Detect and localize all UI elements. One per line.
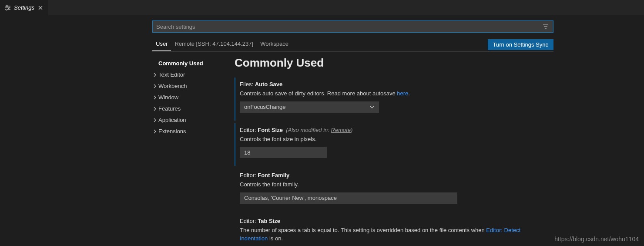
toc-item-text-editor[interactable]: Text Editor bbox=[152, 69, 228, 81]
settings-pane: Commonly Used Files: Auto Save Controls … bbox=[233, 56, 553, 246]
font-size-input[interactable] bbox=[240, 147, 327, 158]
setting-name: Auto Save bbox=[255, 81, 283, 88]
toc-label: Extensions bbox=[158, 127, 186, 136]
settings-search[interactable]: ✕ bbox=[152, 20, 553, 33]
setting-prefix: Files: bbox=[240, 81, 255, 88]
setting-name: Tab Size bbox=[258, 218, 280, 224]
tab-settings[interactable]: Settings bbox=[0, 0, 48, 15]
scope-tab-remote[interactable]: Remote [SSH: 47.104.144.237] bbox=[171, 40, 257, 50]
setting-prefix: Editor: bbox=[240, 127, 258, 133]
toc-label: Text Editor bbox=[158, 70, 185, 80]
toc-label: Window bbox=[158, 93, 178, 102]
settings-sync-button[interactable]: Turn on Settings Sync bbox=[488, 39, 553, 50]
setting-files-auto-save: Files: Auto Save Controls auto save of d… bbox=[235, 78, 549, 121]
scope-tab-user[interactable]: User bbox=[152, 40, 171, 51]
autosave-link[interactable]: here bbox=[397, 90, 408, 97]
modified-note: (Also modified in: Remote) bbox=[286, 127, 352, 133]
main: ✕ User Remote [SSH: 47.104.144.237] Work… bbox=[0, 15, 644, 246]
chevron-right-icon bbox=[152, 95, 158, 100]
chevron-right-icon bbox=[152, 106, 158, 111]
gutter-left bbox=[0, 20, 152, 246]
chevron-right-icon bbox=[152, 129, 158, 134]
toc-item-workbench[interactable]: Workbench bbox=[152, 81, 228, 92]
desc-text: Controls auto save of dirty editors. Rea… bbox=[240, 90, 397, 97]
setting-editor-font-family: Editor: Font Family Controls the font fa… bbox=[235, 168, 549, 212]
svg-point-1 bbox=[7, 5, 8, 7]
toc-item-features[interactable]: Features bbox=[152, 103, 228, 115]
setting-description: The number of spaces a tab is equal to. … bbox=[240, 226, 549, 243]
scope-row: User Remote [SSH: 47.104.144.237] Worksp… bbox=[152, 39, 553, 52]
toc-label: Commonly Used bbox=[158, 59, 203, 68]
svg-point-5 bbox=[6, 9, 7, 10]
setting-prefix: Editor: bbox=[240, 172, 258, 179]
scope-tabs: User Remote [SSH: 47.104.144.237] Worksp… bbox=[152, 40, 292, 50]
settings-toc: Commonly Used Text Editor Workbench Wind… bbox=[152, 56, 233, 246]
setting-title: Editor: Tab Size bbox=[240, 218, 549, 224]
settings-icon bbox=[4, 4, 11, 11]
toc-item-extensions[interactable]: Extensions bbox=[152, 126, 228, 137]
desc-text-after: . bbox=[408, 90, 410, 97]
setting-editor-font-size: Editor: Font Size (Also modified in: Rem… bbox=[235, 123, 549, 166]
setting-title: Editor: Font Size (Also modified in: Rem… bbox=[240, 127, 549, 133]
select-value: onFocusChange bbox=[244, 104, 285, 110]
close-icon[interactable] bbox=[37, 4, 44, 11]
settings-content: ✕ User Remote [SSH: 47.104.144.237] Work… bbox=[152, 20, 567, 246]
setting-editor-tab-size: Editor: Tab Size The number of spaces a … bbox=[235, 214, 549, 246]
font-family-input[interactable] bbox=[240, 192, 457, 204]
body-row: Commonly Used Text Editor Workbench Wind… bbox=[152, 56, 553, 246]
toc-label: Features bbox=[158, 104, 181, 114]
setting-prefix: Editor: bbox=[240, 218, 258, 224]
toc-item-commonly-used[interactable]: Commonly Used bbox=[152, 58, 228, 69]
desc-text-after: is on. bbox=[268, 235, 283, 242]
chevron-right-icon bbox=[152, 84, 158, 89]
section-title: Commonly Used bbox=[235, 56, 549, 70]
tab-title: Settings bbox=[14, 4, 34, 11]
auto-save-select[interactable]: onFocusChange bbox=[240, 101, 379, 113]
setting-name: Font Size bbox=[258, 127, 283, 133]
setting-name: Font Family bbox=[258, 172, 289, 179]
chevron-right-icon bbox=[152, 118, 158, 123]
toc-label: Workbench bbox=[158, 81, 187, 91]
tab-bar: Settings bbox=[0, 0, 644, 15]
modified-scope-link[interactable]: Remote bbox=[331, 127, 351, 133]
toc-item-window[interactable]: Window bbox=[152, 92, 228, 103]
filter-icon[interactable] bbox=[542, 23, 550, 30]
desc-text: The number of spaces a tab is equal to. … bbox=[240, 227, 486, 233]
chevron-right-icon bbox=[152, 72, 158, 78]
chevron-down-icon bbox=[369, 104, 375, 110]
watermark: https://blog.csdn.net/wohu1104 bbox=[554, 236, 639, 243]
search-input[interactable] bbox=[156, 24, 542, 30]
scope-tab-workspace[interactable]: Workspace bbox=[257, 40, 292, 50]
setting-description: Controls the font size in pixels. bbox=[240, 135, 549, 144]
setting-description: Controls the font family. bbox=[240, 180, 549, 189]
toc-label: Application bbox=[158, 115, 186, 125]
setting-title: Editor: Font Family bbox=[240, 172, 549, 179]
setting-title: Files: Auto Save bbox=[240, 81, 549, 88]
svg-point-3 bbox=[8, 7, 10, 8]
toc-item-application[interactable]: Application bbox=[152, 115, 228, 126]
setting-description: Controls auto save of dirty editors. Rea… bbox=[240, 89, 549, 98]
